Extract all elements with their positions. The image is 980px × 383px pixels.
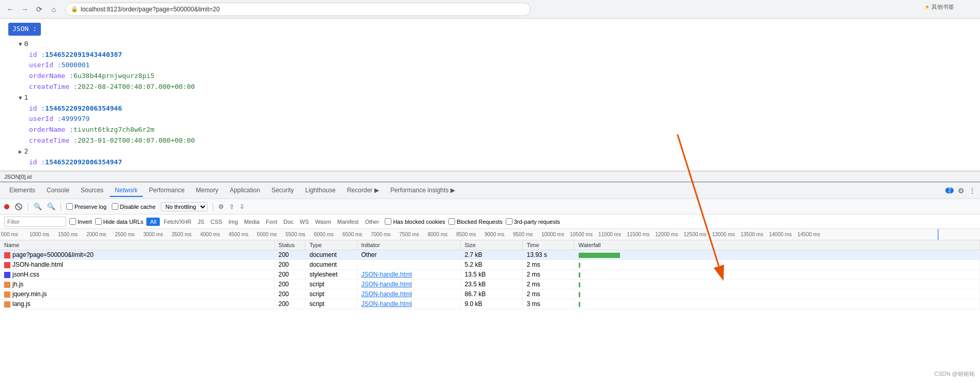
disable-cache-checkbox[interactable] [112,203,118,210]
record-button[interactable] [4,204,9,209]
json-index-0: 0 [24,39,28,50]
tab-application[interactable]: Application [224,185,265,197]
blocked-requests-label[interactable]: Blocked Requests [448,218,503,225]
json-item-0-toggle[interactable]: ▼ 0 [8,39,972,50]
json-field-id-0: id : 1546522091943440387 [8,50,972,60]
filter-js-btn[interactable]: JS [195,218,207,226]
csdn-watermark: CSDN @铭铭铭 [934,370,975,373]
filter-other-btn[interactable]: Other [363,218,382,226]
filter-wasm-btn[interactable]: Wasm [312,218,334,226]
table-row[interactable]: jh.js200scriptJSON-handle.html23.5 kB2 m… [0,280,980,289]
row-status: 200 [274,260,305,270]
th-status[interactable]: Status [274,240,305,250]
timeline-tick: 14000 ms [768,232,796,237]
tab-security[interactable]: Security [266,185,299,197]
th-type[interactable]: Type [305,240,357,250]
forward-button[interactable]: → [20,4,30,14]
filter-doc-btn[interactable]: Doc [281,218,296,226]
row-time: 3 ms [522,299,574,309]
refresh-button[interactable]: ⟳ [34,4,44,14]
th-name[interactable]: Name [0,240,274,250]
initiator-link[interactable]: JSON-handle.html [361,290,412,298]
back-button[interactable]: ← [5,4,16,14]
toggle-icon-2[interactable]: ▶ [19,147,22,157]
json-item-2-toggle[interactable]: ▶ 2 [8,146,972,157]
waterfall-bar [579,253,620,258]
more-icon[interactable]: ⋮ [969,187,976,195]
tab-console[interactable]: Console [41,185,74,197]
address-bar[interactable]: 🔒 localhost:8123/order/page?page=500000&… [65,3,531,16]
filter-media-btn[interactable]: Media [242,218,262,226]
tab-sources[interactable]: Sources [76,185,109,197]
tab-elements[interactable]: Elements [4,185,40,197]
tab-perf-insights[interactable]: Performance insights ▶ [385,185,460,197]
th-time[interactable]: Time [522,240,574,250]
filter-img-btn[interactable]: Img [226,218,240,226]
row-initiator[interactable]: JSON-handle.html [357,289,460,299]
timeline-header: 500 ms1000 ms1500 ms2000 ms2500 ms3000 m… [0,229,980,240]
preserve-log-checkbox[interactable] [66,203,73,210]
export-icon[interactable]: ⇩ [239,203,245,210]
toggle-icon-1[interactable]: ▼ [19,94,22,103]
filter-ws-btn[interactable]: WS [297,218,312,226]
filter-icon[interactable]: 🔍 [34,203,42,210]
toggle-icon-0[interactable]: ▼ [19,40,22,49]
filter-fetch-xhr-btn[interactable]: Fetch/XHR [161,218,194,226]
tab-lighthouse[interactable]: Lighthouse [300,185,341,197]
initiator-link[interactable]: JSON-handle.html [361,300,412,308]
row-type: script [305,280,357,289]
json-index-1: 1 [24,93,28,103]
filter-font-btn[interactable]: Font [263,218,280,226]
url-text: localhost:8123/order/page?page=500000&li… [81,6,220,13]
th-size[interactable]: Size [460,240,522,250]
magnify-icon[interactable]: 🔍 [47,203,55,210]
json-header-btn[interactable]: JSON : [8,23,41,36]
json-item-1-toggle[interactable]: ▼ 1 [8,93,972,103]
blocked-requests-checkbox[interactable] [448,218,455,225]
th-waterfall[interactable]: Waterfall [574,240,980,250]
hide-data-urls-checkbox[interactable] [95,218,102,225]
initiator-link[interactable]: JSON-handle.html [361,271,412,278]
invert-label[interactable]: Invert [69,218,92,225]
home-button[interactable]: ⌂ [49,4,59,14]
row-time: 2 ms [522,280,574,289]
tab-memory[interactable]: Memory [191,185,223,197]
row-initiator[interactable]: JSON-handle.html [357,299,460,309]
table-row[interactable]: JSON-handle.html200document5.2 kB2 ms [0,260,980,270]
throttle-select[interactable]: No throttling [161,202,207,211]
filter-all-btn[interactable]: All [146,218,160,226]
initiator-link[interactable]: JSON-handle.html [361,281,412,288]
js-file-icon [4,301,10,308]
tab-network[interactable]: Network [110,185,143,197]
tab-performance[interactable]: Performance [144,185,190,197]
third-party-label[interactable]: 3rd-party requests [506,218,560,225]
clear-button[interactable] [14,203,23,211]
import-icon[interactable]: ⇧ [229,203,234,210]
settings-icon[interactable]: ⚙ [958,187,964,195]
bookmark-other-label: 其他书签 [931,3,954,11]
tab-recorder[interactable]: Recorder ▶ [342,185,384,197]
invert-checkbox[interactable] [69,218,76,225]
table-row[interactable]: page?page=500000&limit=20200documentOthe… [0,250,980,260]
table-row[interactable]: jquery.min.js200scriptJSON-handle.html86… [0,289,980,299]
hide-data-urls-label[interactable]: Hide data URLs [95,218,144,225]
table-row[interactable]: jsonH.css200stylesheetJSON-handle.html13… [0,270,980,280]
th-initiator[interactable]: Initiator [357,240,460,250]
row-initiator[interactable]: JSON-handle.html [357,270,460,280]
has-blocked-cookies-checkbox[interactable] [385,218,391,225]
filter-manifest-btn[interactable]: Manifest [335,218,361,226]
createtime-val-1: 2023-01-02T00:40:07.000+00:00 [78,135,195,146]
table-row[interactable]: lang.js200scriptJSON-handle.html9.0 kB3 … [0,299,980,309]
disable-cache-label[interactable]: Disable cache [112,203,156,210]
row-initiator[interactable]: JSON-handle.html [357,280,460,289]
timeline-tick: 3500 ms [171,232,199,237]
userid-key-0: userId : [29,60,62,71]
network-table-wrapper[interactable]: Name Status Type Initiator Size Time Wat… [0,240,980,373]
json-field-createtime-1: createTime : 2023-01-02T00:40:07.000+00:… [8,135,972,146]
has-blocked-cookies-label[interactable]: Has blocked cookies [385,218,445,225]
preserve-log-label[interactable]: Preserve log [66,203,107,210]
network-conditions-icon[interactable]: ⚙ [218,203,224,210]
filter-input[interactable] [4,217,66,227]
third-party-checkbox[interactable] [506,218,512,225]
filter-css-btn[interactable]: CSS [208,218,225,226]
